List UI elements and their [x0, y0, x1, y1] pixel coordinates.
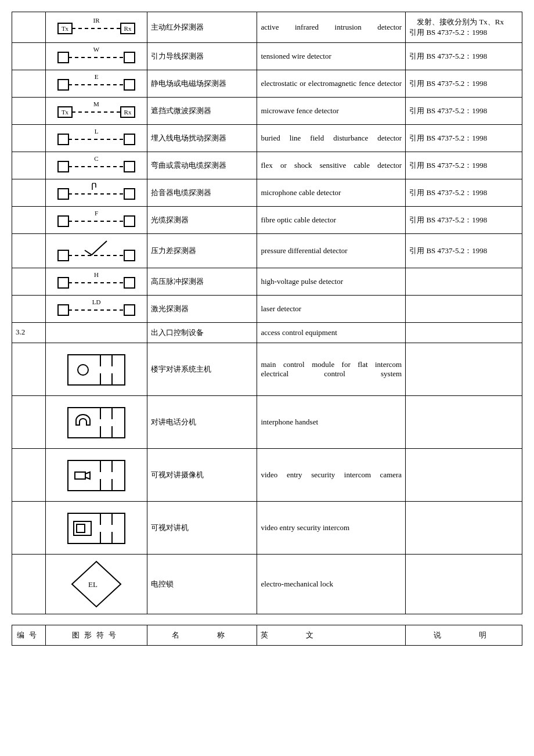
cell-num: [12, 296, 46, 323]
cell-note: 引用 BS 4737-5.2：1998: [406, 98, 522, 125]
cell-note: [406, 296, 522, 323]
cell-num: [12, 396, 46, 449]
cell-symbol: E: [46, 70, 147, 98]
cell-en: video entry security intercom camera: [257, 449, 406, 502]
hdr-note: 说 明: [406, 625, 522, 646]
svg-text:H: H: [94, 272, 99, 278]
svg-rect-33: [124, 216, 135, 226]
table-row: Tx Rx IR 主动红外探测器 active infrared intrusi…: [12, 12, 522, 43]
cell-note: 引用 BS 4737-5.2：1998: [406, 125, 522, 152]
cell-symbol: [46, 502, 147, 555]
cell-num: [12, 343, 46, 396]
cell-en: microwave fence detector: [257, 98, 406, 125]
table-row: E 静电场或电磁场探测器 electrostatic or electromag…: [12, 70, 522, 98]
cell-cn: 电控锁: [147, 555, 257, 614]
svg-rect-37: [124, 250, 135, 261]
svg-rect-46: [68, 355, 125, 385]
svg-text:M: M: [93, 101, 99, 107]
cell-cn: 可视对讲摄像机: [147, 449, 257, 502]
cell-en: microphone cable detector: [257, 179, 406, 207]
svg-rect-38: [58, 278, 68, 288]
cell-symbol: Tx Rx M: [46, 98, 147, 125]
cell-en: interphone handset: [257, 396, 406, 449]
cell-cn: 对讲电话分机: [147, 396, 257, 449]
cell-symbol: W: [46, 43, 147, 70]
cell-symbol: C: [46, 152, 147, 179]
svg-text:F: F: [95, 210, 98, 217]
svg-text:Tx: Tx: [62, 25, 69, 32]
svg-rect-31: [58, 216, 68, 226]
cell-note: [406, 449, 522, 502]
cell-en: tensioned wire detector: [257, 43, 406, 70]
cell-num: [12, 43, 46, 70]
svg-text:Tx: Tx: [62, 109, 69, 116]
cell-note: 引用 BS 4737-5.2：1998: [406, 43, 522, 70]
cell-en: laser detector: [257, 296, 406, 323]
cell-num: [12, 449, 46, 502]
svg-rect-6: [58, 52, 68, 63]
table-row: LD 激光探测器 laser detector: [12, 296, 522, 323]
svg-text:Rx: Rx: [124, 109, 131, 116]
cell-num: 3.2: [12, 323, 46, 343]
cell-symbol: [46, 323, 147, 343]
cell-symbol: [46, 449, 147, 502]
svg-text:C: C: [94, 156, 98, 162]
cell-cn: 压力差探测器: [147, 234, 257, 268]
cell-en: active infrared intrusion detector: [257, 12, 406, 43]
cell-en: pressure differential detector: [257, 234, 406, 268]
table-row: 3.2 出入口控制设备 access control equipment: [12, 323, 522, 343]
cell-cn: 拾音器电缆探测器: [147, 179, 257, 207]
cell-symbol: [46, 396, 147, 449]
cell-en: fibre optic cable detector: [257, 207, 406, 234]
cell-cn: 静电场或电磁场探测器: [147, 70, 257, 98]
cell-en: buried line field disturbance detector: [257, 125, 406, 152]
cell-note: 引用 BS 4737-5.2：1998: [406, 179, 522, 207]
cell-cn: 引力导线探测器: [147, 43, 257, 70]
cell-symbol: Tx Rx IR: [46, 12, 147, 43]
cell-symbol: LD: [46, 296, 147, 323]
table-row: 对讲电话分机 interphone handset: [12, 396, 522, 449]
svg-rect-22: [124, 134, 135, 145]
svg-text:EL: EL: [88, 580, 98, 589]
svg-text:E: E: [95, 74, 99, 80]
svg-rect-44: [124, 305, 135, 315]
cell-num: [12, 125, 46, 152]
cell-en: electrostatic or electromagnetic fence d…: [257, 70, 406, 98]
table-row: 楼宇对讲系统主机 main control module for flat in…: [12, 343, 522, 396]
cell-num: [12, 268, 46, 296]
hdr-num: 编号: [12, 625, 46, 646]
table-row: 拾音器电缆探测器 microphone cable detector 引用 BS…: [12, 179, 522, 207]
cell-en: high-voltage pulse detector: [257, 268, 406, 296]
table-row: H 高压脉冲探测器 high-voltage pulse detector: [12, 268, 522, 296]
svg-rect-26: [124, 161, 135, 172]
svg-rect-30: [124, 189, 135, 199]
symbol-table: Tx Rx IR 主动红外探测器 active infrared intrusi…: [12, 12, 522, 614]
svg-rect-20: [58, 134, 68, 145]
hdr-sym: 图形符号: [46, 625, 147, 646]
cell-en: main control module for flat intercom el…: [257, 343, 406, 396]
cell-num: [12, 234, 46, 268]
cell-cn: 埋入线电场扰动探测器: [147, 125, 257, 152]
svg-rect-8: [124, 52, 135, 63]
cell-symbol: L: [46, 125, 147, 152]
cell-note: [406, 343, 522, 396]
cell-num: [12, 502, 46, 555]
cell-cn: 弯曲或震动电缆探测器: [147, 152, 257, 179]
table-row: EL 电控锁 electro-mechanical lock: [12, 555, 522, 614]
cell-num: [12, 152, 46, 179]
cell-cn: 遮挡式微波探测器: [147, 98, 257, 125]
table-row: L 埋入线电场扰动探测器 buried line field disturban…: [12, 125, 522, 152]
cell-en: video entry security intercom: [257, 502, 406, 555]
cell-num: [12, 179, 46, 207]
cell-note: [406, 268, 522, 296]
table-row: F 光缆探测器 fibre optic cable detector 引用 BS…: [12, 207, 522, 234]
svg-text:W: W: [93, 46, 100, 53]
table-row: Tx Rx M 遮挡式微波探测器 microwave fence detecto…: [12, 98, 522, 125]
svg-rect-10: [58, 80, 68, 90]
svg-text:IR: IR: [93, 17, 100, 24]
cell-cn: 激光探测器: [147, 296, 257, 323]
cell-note: 引用 BS 4737-5.2：1998: [406, 207, 522, 234]
cell-symbol: [46, 234, 147, 268]
table-row: C 弯曲或震动电缆探测器 flex or shock sensitive cab…: [12, 152, 522, 179]
cell-num: [12, 70, 46, 98]
